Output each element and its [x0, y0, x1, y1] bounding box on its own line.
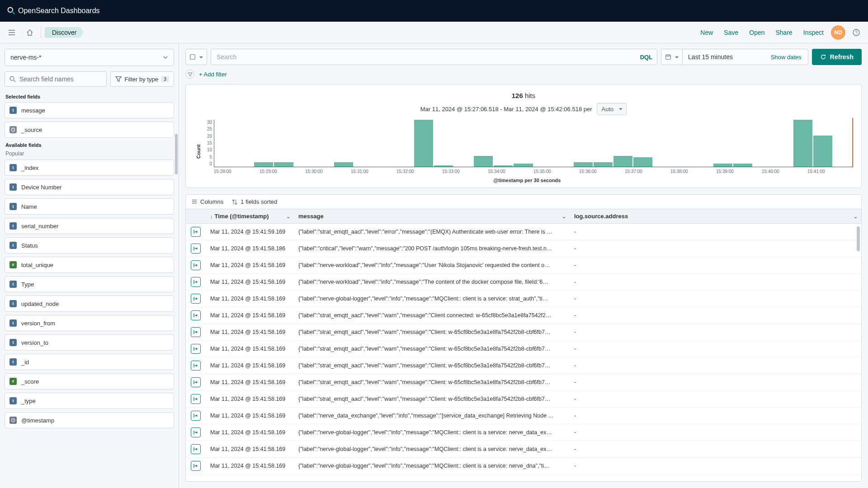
histogram-bar[interactable]	[254, 162, 273, 167]
chevron-down-icon	[673, 54, 679, 61]
histogram-bar[interactable]	[494, 165, 513, 167]
table-scrollbar[interactable]	[857, 226, 860, 251]
show-dates-button[interactable]: Show dates	[764, 54, 808, 61]
table-row[interactable]: Mar 11, 2024 @ 15:41:58.169 {"label":"st…	[186, 374, 861, 391]
histogram-bar[interactable]	[334, 162, 353, 167]
field-item[interactable]: tserial_number	[5, 218, 174, 234]
share-button[interactable]: Share	[772, 27, 796, 38]
histogram-bar[interactable]	[633, 157, 652, 167]
field-item[interactable]: #_score	[5, 373, 174, 389]
field-item[interactable]: tversion_from	[5, 315, 174, 331]
histogram-bar[interactable]	[813, 136, 832, 167]
column-menu-icon[interactable]: ⌄	[286, 213, 290, 219]
table-row[interactable]: Mar 11, 2024 @ 15:41:58.169 {"label":"st…	[186, 391, 861, 408]
table-row[interactable]: Mar 11, 2024 @ 15:41:58.169 {"label":"st…	[186, 307, 861, 324]
table-row[interactable]: Mar 11, 2024 @ 15:41:58.169 {"label":"ne…	[186, 274, 861, 291]
table-row[interactable]: Mar 11, 2024 @ 15:41:59.169 {"label":"st…	[186, 224, 861, 240]
table-row[interactable]: Mar 11, 2024 @ 15:41:58.169 {"label":"ne…	[186, 257, 861, 274]
avatar[interactable]: ND	[831, 25, 845, 40]
expand-row-icon[interactable]	[191, 411, 201, 421]
x-tick: 15:41:00	[807, 169, 853, 174]
home-icon[interactable]	[23, 25, 37, 40]
expand-row-icon[interactable]	[191, 310, 201, 320]
open-button[interactable]: Open	[745, 27, 768, 38]
histogram-bar[interactable]	[594, 162, 613, 167]
table-row[interactable]: Mar 11, 2024 @ 15:41:58.169 {"label":"st…	[186, 324, 861, 341]
query-options-button[interactable]	[185, 49, 207, 65]
table-row[interactable]: Mar 11, 2024 @ 15:41:58.169 {"label":"st…	[186, 357, 861, 374]
expand-row-icon[interactable]	[191, 327, 201, 337]
index-pattern-select[interactable]: nerve-ms-*	[5, 49, 174, 66]
expand-row-icon[interactable]	[191, 394, 201, 404]
field-item[interactable]: tupdated_node	[5, 296, 174, 312]
histogram-bar[interactable]	[733, 164, 752, 167]
time-column-header[interactable]: ↓Time (@timestamp)⌄	[206, 209, 294, 224]
field-item[interactable]: tStatus	[5, 237, 174, 253]
field-item[interactable]: tType	[5, 276, 174, 292]
brand-logo[interactable]: OpenSearch Dashboards	[7, 7, 100, 15]
expand-row-icon[interactable]	[191, 260, 201, 270]
expand-row-icon[interactable]	[191, 344, 201, 354]
field-item[interactable]: tversion_to	[5, 334, 174, 351]
histogram-bar[interactable]	[793, 120, 812, 167]
expand-row-icon[interactable]	[191, 294, 201, 304]
help-icon[interactable]: ?	[849, 25, 863, 40]
histogram-bar[interactable]	[514, 164, 533, 167]
field-item[interactable]: tDevice Number	[5, 179, 174, 195]
interval-select[interactable]: Auto	[597, 103, 627, 115]
date-quick-button[interactable]	[661, 49, 683, 65]
histogram-bar[interactable]	[713, 164, 732, 167]
field-item[interactable]: @timestamp	[5, 412, 174, 428]
filter-menu-toggle[interactable]	[185, 70, 194, 79]
histogram-chart[interactable]: 302520151050	[201, 120, 853, 167]
histogram-bar[interactable]	[613, 156, 632, 167]
sort-button[interactable]: 1 fields sorted	[231, 198, 277, 205]
menu-toggle-icon[interactable]	[5, 25, 19, 40]
histogram-bar[interactable]	[474, 156, 493, 167]
field-item[interactable]: tmessage	[5, 102, 174, 118]
save-button[interactable]: Save	[720, 27, 742, 38]
table-row[interactable]: Mar 11, 2024 @ 15:41:58.169 {"label":"ne…	[186, 408, 861, 424]
dql-badge[interactable]: DQL	[640, 54, 652, 61]
expand-row-icon[interactable]	[191, 277, 201, 287]
expand-row-icon[interactable]	[191, 227, 201, 237]
field-item[interactable]: tName	[5, 198, 174, 215]
search-input[interactable]: Search DQL	[211, 49, 657, 65]
address-column-header[interactable]: log.source.address⌄	[570, 209, 861, 224]
field-item[interactable]: t_index	[5, 160, 174, 176]
message-column-header[interactable]: message⌄	[294, 209, 570, 224]
field-item[interactable]: _source	[5, 122, 174, 138]
expand-row-icon[interactable]	[191, 444, 201, 454]
histogram-bar[interactable]	[274, 162, 293, 167]
histogram-bar[interactable]	[434, 165, 453, 167]
expand-row-icon[interactable]	[191, 427, 201, 437]
expand-row-icon[interactable]	[191, 244, 201, 253]
search-fields-input[interactable]: Search field names	[5, 71, 107, 87]
new-button[interactable]: New	[697, 27, 717, 38]
add-filter-button[interactable]: + Add filter	[199, 71, 227, 78]
sidebar-scrollbar[interactable]	[175, 134, 178, 174]
histogram-bar[interactable]	[574, 162, 593, 167]
column-menu-icon[interactable]: ⌄	[562, 213, 566, 219]
histogram-bar[interactable]	[414, 120, 433, 167]
refresh-button[interactable]: Refresh	[812, 49, 862, 65]
table-row[interactable]: Mar 11, 2024 @ 15:41:58.169 {"label":"ne…	[186, 424, 861, 441]
filter-by-type-button[interactable]: Filter by type 3	[110, 71, 174, 87]
table-row[interactable]: Mar 11, 2024 @ 15:41:58.169 {"label":"st…	[186, 341, 861, 357]
table-row[interactable]: Mar 11, 2024 @ 15:41:58.169 {"label":"ne…	[186, 458, 861, 474]
columns-button[interactable]: Columns	[191, 198, 223, 205]
table-row[interactable]: Mar 11, 2024 @ 15:41:58.169 {"label":"ne…	[186, 441, 861, 458]
table-row[interactable]: Mar 11, 2024 @ 15:41:58.169 {"label":"ne…	[186, 291, 861, 307]
field-item[interactable]: #total_unique	[5, 257, 174, 273]
inspect-button[interactable]: Inspect	[800, 27, 827, 38]
date-range-button[interactable]: Last 15 minutes	[683, 49, 764, 65]
column-menu-icon[interactable]: ⌄	[854, 213, 858, 219]
table-row[interactable]: Mar 11, 2024 @ 15:41:58.186 {"label":"cr…	[186, 240, 861, 257]
breadcrumb[interactable]: Discover	[45, 27, 84, 38]
expand-row-icon[interactable]	[191, 361, 201, 371]
field-item[interactable]: t_id	[5, 354, 174, 370]
message-cell: {"label":"nerve-global-logger","level":"…	[294, 458, 570, 474]
expand-row-icon[interactable]	[191, 461, 201, 471]
expand-row-icon[interactable]	[191, 377, 201, 387]
field-item[interactable]: t_type	[5, 393, 174, 409]
